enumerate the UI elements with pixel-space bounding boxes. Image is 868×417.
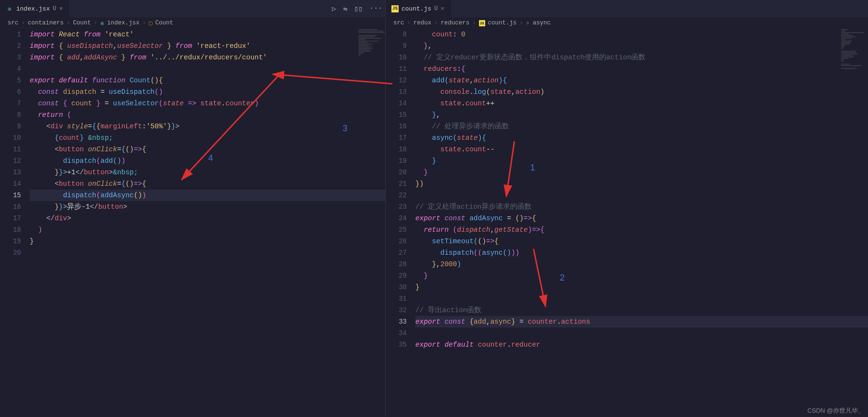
code-line[interactable]: } (30, 236, 385, 247)
code-area[interactable]: import React from 'react'import { useDis… (30, 29, 385, 417)
line-gutter: 1234567891011121314151617181920 (0, 29, 30, 417)
code-line[interactable]: // 导出action函数 (415, 304, 868, 316)
tab-bar-left: index.jsx U × ▷ ⇋ ▯▯ ··· (0, 0, 385, 17)
editor-body-left[interactable]: 1234567891011121314151617181920 import R… (0, 29, 385, 417)
code-line[interactable]: } (415, 282, 868, 293)
code-line[interactable] (415, 293, 868, 304)
code-line[interactable] (30, 63, 385, 75)
code-line[interactable]: setTimeout(()=>{ (415, 236, 868, 247)
breadcrumb-item[interactable]: async (533, 20, 551, 26)
code-line[interactable]: }, (415, 109, 868, 121)
code-line[interactable]: // 处理异步请求的函数 (415, 121, 868, 132)
breadcrumb-item[interactable]: redux (413, 20, 432, 26)
code-line[interactable]: return ( (30, 109, 385, 121)
breadcrumb-item[interactable]: src (393, 20, 404, 26)
code-line[interactable]: }, (415, 40, 868, 52)
code-line[interactable]: export default function Count(){ (30, 75, 385, 86)
js-icon: JS (479, 20, 485, 26)
breadcrumb-item[interactable]: Count (73, 20, 91, 26)
react-icon (100, 19, 104, 27)
symbol-icon: ⬨ (526, 20, 530, 26)
tab-modified-indicator: U (53, 5, 56, 12)
code-line[interactable]: state.count-- (415, 144, 868, 155)
react-icon (6, 5, 13, 12)
split-icon[interactable]: ▯▯ (354, 4, 363, 13)
run-icon[interactable]: ▷ (332, 4, 336, 13)
code-line[interactable]: <button onClick={()=>{ (30, 178, 385, 190)
close-icon[interactable]: × (59, 5, 63, 12)
code-line[interactable]: add(state,action){ (415, 75, 868, 86)
code-line[interactable]: ) (30, 224, 385, 236)
code-line[interactable]: state.count++ (415, 98, 868, 109)
code-line[interactable]: return (dispatch,getState)=>{ (415, 224, 868, 236)
code-line[interactable]: import { add,addAsync } from '../../redu… (30, 52, 385, 63)
tab-modified-indicator: U (434, 5, 437, 12)
code-line[interactable]: dispatch(add()) (30, 155, 385, 167)
code-line[interactable]: reducers:{ (415, 63, 868, 75)
editor-group-left: index.jsx U × ▷ ⇋ ▯▯ ··· src› containers… (0, 0, 386, 417)
code-line[interactable]: } (415, 270, 868, 282)
tab-index-jsx[interactable]: index.jsx U × (0, 0, 69, 17)
breadcrumb-item[interactable]: reducers (441, 20, 469, 26)
breadcrumb-item[interactable]: Count (156, 20, 174, 26)
breadcrumb-item[interactable]: containers (28, 20, 64, 26)
breadcrumb-right[interactable]: src› redux› reducers› JS count.js› ⬨ asy… (386, 17, 868, 29)
compare-icon[interactable]: ⇋ (343, 4, 347, 13)
tab-count-js[interactable]: JS count.js U × (386, 0, 450, 17)
code-line[interactable]: }}>异步-1</button> (30, 201, 385, 213)
line-gutter: 8910111213141516171819202122232425262728… (386, 29, 415, 417)
code-line[interactable]: } (415, 167, 868, 178)
code-line[interactable]: {count} &nbsp; (30, 132, 385, 144)
code-line[interactable]: import React from 'react' (30, 29, 385, 40)
code-line[interactable]: dispatch(addAsync()) (30, 190, 385, 201)
tab-label: index.jsx (16, 5, 50, 12)
more-icon[interactable]: ··· (369, 4, 382, 13)
code-line[interactable]: export default counter.reducer (415, 339, 868, 350)
code-line[interactable]: },2000) (415, 259, 868, 270)
tab-bar-right: JS count.js U × (386, 0, 868, 17)
code-line[interactable]: // 定义处理action异步请求的函数 (415, 201, 868, 213)
breadcrumb-item[interactable]: src (8, 20, 19, 26)
close-icon[interactable]: × (441, 5, 445, 12)
breadcrumb-left[interactable]: src› containers› Count› index.jsx› ▢ Cou… (0, 17, 385, 29)
code-line[interactable]: }}>+1</button>&nbsp; (30, 167, 385, 178)
editor-actions: ▷ ⇋ ▯▯ ··· (332, 4, 382, 13)
code-line[interactable]: <button onClick={()=>{ (30, 144, 385, 155)
code-line[interactable]: const { count } = useSelector(state => s… (30, 98, 385, 109)
code-line[interactable]: async(state){ (415, 132, 868, 144)
minimap[interactable] (839, 29, 868, 124)
code-line[interactable]: dispatch((async())) (415, 247, 868, 259)
watermark: CSDN @亦世凡华、 (807, 406, 864, 415)
code-line[interactable]: export const addAsync = ()=>{ (415, 213, 868, 224)
editor-group-right: JS count.js U × src› redux› reducers› JS… (386, 0, 868, 417)
code-line[interactable] (415, 327, 868, 339)
code-line[interactable]: console.log(state,action) (415, 86, 868, 98)
minimap[interactable] (356, 29, 385, 124)
code-line[interactable]: <div style={{marginLeft:'50%'}}> (30, 121, 385, 132)
code-line[interactable]: count: 0 (415, 29, 868, 40)
editor-body-right[interactable]: 8910111213141516171819202122232425262728… (386, 29, 868, 417)
code-line[interactable]: import { useDispatch,useSelector } from … (30, 40, 385, 52)
code-line[interactable]: // 定义reducer更新状态函数，组件中dispatch使用的action函… (415, 52, 868, 63)
tab-label: count.js (401, 5, 431, 12)
code-line[interactable]: } (415, 155, 868, 167)
code-line[interactable]: export const {add,async} = counter.actio… (415, 316, 868, 327)
code-area[interactable]: count: 0 }, // 定义reducer更新状态函数，组件中dispat… (415, 29, 868, 417)
breadcrumb-item[interactable]: count.js (488, 20, 517, 26)
code-line[interactable]: const dispatch = useDispatch() (30, 86, 385, 98)
code-line[interactable]: </div> (30, 213, 385, 224)
code-line[interactable]: }) (415, 178, 868, 190)
js-icon: JS (391, 5, 399, 12)
breadcrumb-item[interactable]: index.jsx (107, 20, 140, 26)
code-line[interactable] (30, 247, 385, 259)
code-line[interactable] (415, 190, 868, 201)
symbol-icon: ▢ (149, 19, 153, 27)
